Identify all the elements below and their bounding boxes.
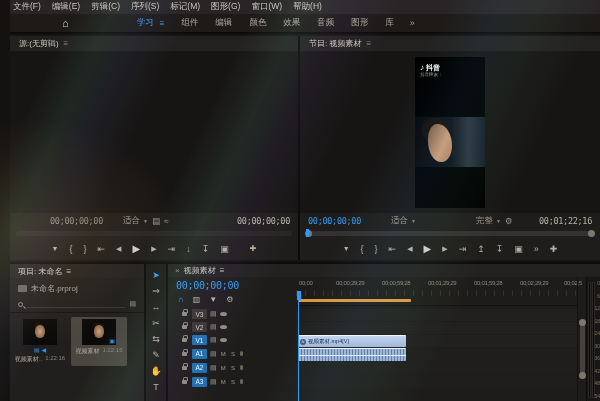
audio-clip[interactable] [298, 348, 406, 361]
menu-sequence[interactable]: 序列(S) [131, 1, 159, 13]
workspace-overflow-icon[interactable]: » [410, 18, 415, 28]
go-to-out-icon[interactable]: ⇥ [168, 244, 176, 254]
program-playhead-marker[interactable] [306, 229, 309, 237]
play-button-icon[interactable]: ▶ [424, 243, 432, 254]
track-badge[interactable]: V1 [192, 335, 207, 345]
drag-video-icon[interactable]: ▤ [152, 216, 160, 226]
play-button-icon[interactable]: ▶ [133, 243, 141, 254]
menu-clip[interactable]: 剪辑(C) [91, 1, 120, 13]
voiceover-mic-icon[interactable] [240, 351, 243, 356]
track-badge[interactable]: A3 [192, 377, 207, 387]
workspace-tab-editing[interactable]: 编辑 [215, 17, 232, 29]
track-header-v2[interactable]: V2 ▤ [168, 321, 296, 333]
track-header-v3[interactable]: V3 ▤ [168, 308, 296, 320]
menu-markers[interactable]: 标记(M) [170, 1, 200, 13]
view-mode-icon[interactable]: ▤ [129, 300, 136, 308]
workspace-tab-audio[interactable]: 音频 [317, 17, 334, 29]
hand-tool[interactable]: ✋ [150, 366, 161, 376]
track-badge[interactable]: A2 [192, 363, 207, 373]
razor-tool[interactable]: ✂ [152, 318, 160, 328]
linked-selection-icon[interactable]: ▥ [193, 295, 201, 304]
mute-button[interactable]: M [220, 351, 227, 357]
project-item-clip[interactable]: ▤ ◀ 视频素材.. 1:22:16 [12, 317, 68, 366]
video-clip[interactable]: fx 视频素材.mp4[V] [298, 335, 406, 347]
panel-menu-icon[interactable]: ≡ [64, 39, 69, 48]
go-to-in-icon[interactable]: ⇤ [98, 244, 106, 254]
track-header-a1[interactable]: A1 ▤ M S [168, 347, 296, 360]
solo-button[interactable]: S [230, 351, 237, 357]
track-badge[interactable]: V2 [192, 322, 207, 332]
button-editor-icon[interactable]: ✚ [550, 244, 558, 254]
workspace-tab-libraries[interactable]: 库 [385, 17, 394, 29]
track-a1-content[interactable] [296, 348, 577, 361]
source-fit-dropdown[interactable]: 适合▼ [123, 215, 148, 227]
timeline-vertical-scrollbar[interactable] [577, 277, 586, 401]
project-item-sequence[interactable]: ▣ 视频素材 1:22:16 [71, 317, 127, 366]
toggle-track-output-icon[interactable] [220, 338, 227, 342]
track-a3-content[interactable] [296, 376, 577, 389]
scrollbar-thumb[interactable] [580, 321, 585, 377]
slip-tool[interactable]: ⇆ [152, 334, 160, 344]
track-select-tool[interactable]: ⇒ [152, 286, 160, 296]
playhead-handle[interactable] [297, 291, 301, 300]
source-patch-icon[interactable]: ▤ [210, 350, 217, 358]
workspace-tab-assembly[interactable]: 组件 [181, 17, 198, 29]
lift-icon[interactable]: ↥ [477, 244, 485, 254]
selection-tool[interactable]: ➤ [152, 270, 160, 280]
extract-icon[interactable]: ↧ [496, 244, 504, 254]
lock-icon[interactable] [182, 312, 187, 316]
more-icon[interactable]: » [534, 244, 539, 254]
menu-graphics[interactable]: 图形(G) [211, 1, 240, 13]
track-v3-content[interactable] [296, 309, 577, 321]
insert-icon[interactable]: ↓ [186, 244, 191, 254]
export-frame-icon[interactable]: ▣ [220, 244, 229, 254]
step-back-icon[interactable]: ◀ [407, 245, 412, 253]
go-to-in-icon[interactable]: ⇤ [389, 244, 397, 254]
snap-icon[interactable]: ∩ [178, 295, 184, 304]
mark-in-icon[interactable]: { [361, 244, 364, 254]
home-icon[interactable]: ⌂ [62, 17, 69, 29]
track-v2-content[interactable] [296, 322, 577, 334]
panel-menu-icon[interactable]: ≡ [366, 39, 371, 48]
track-a2-content[interactable] [296, 362, 577, 375]
track-header-v1[interactable]: V1 ▤ [168, 334, 296, 346]
lock-icon[interactable] [182, 352, 187, 356]
mark-out-icon[interactable]: } [375, 244, 378, 254]
project-file-row[interactable]: 未命名.prproj [10, 278, 144, 296]
step-forward-icon[interactable]: ▶ [442, 245, 447, 253]
ripple-edit-tool[interactable]: ↔ [152, 302, 161, 312]
solo-button[interactable]: S [230, 379, 237, 385]
lock-icon[interactable] [182, 325, 187, 329]
timeline-tab-title[interactable]: 视频素材 [184, 265, 216, 276]
search-input[interactable] [27, 300, 125, 308]
panel-menu-icon[interactable]: ≡ [66, 267, 71, 276]
scrollbar-handle-right[interactable] [588, 230, 595, 237]
drag-audio-icon[interactable]: ≈ [164, 216, 169, 226]
lock-icon[interactable] [182, 338, 187, 342]
source-patch-icon[interactable]: ▤ [210, 378, 217, 386]
step-back-icon[interactable]: ◀ [116, 245, 121, 253]
menu-edit[interactable]: 编辑(E) [52, 1, 80, 13]
timeline-timecode[interactable]: 00;00;00;00 [168, 277, 296, 292]
overwrite-icon[interactable]: ↧ [202, 244, 210, 254]
workspace-tab-learning[interactable]: 学习 [137, 17, 154, 29]
work-area-bar[interactable] [298, 299, 411, 302]
lock-icon[interactable] [182, 380, 187, 384]
playback-resolution-dropdown[interactable]: 完整▼ [476, 215, 501, 227]
track-badge[interactable]: A1 [192, 349, 207, 359]
step-forward-icon[interactable]: ▶ [151, 245, 156, 253]
timeline-settings-icon[interactable]: ⚙ [226, 295, 233, 304]
lock-icon[interactable] [182, 366, 187, 370]
source-patch-icon[interactable]: ▤ [210, 364, 217, 372]
menu-window[interactable]: 窗口(W) [251, 1, 282, 13]
button-editor-icon[interactable]: ✚ [250, 244, 257, 253]
program-zoom-scrollbar[interactable] [306, 231, 594, 236]
voiceover-mic-icon[interactable] [240, 365, 243, 370]
mute-button[interactable]: M [220, 379, 227, 385]
track-header-a2[interactable]: A2 ▤ M S [168, 361, 296, 374]
source-patch-icon[interactable]: ▤ [210, 323, 217, 331]
mute-button[interactable]: M [220, 365, 227, 371]
workspace-tab-effects[interactable]: 效果 [283, 17, 300, 29]
source-zoom-scrollbar[interactable] [16, 231, 292, 236]
track-v1-content[interactable]: fx 视频素材.mp4[V] [296, 335, 577, 347]
